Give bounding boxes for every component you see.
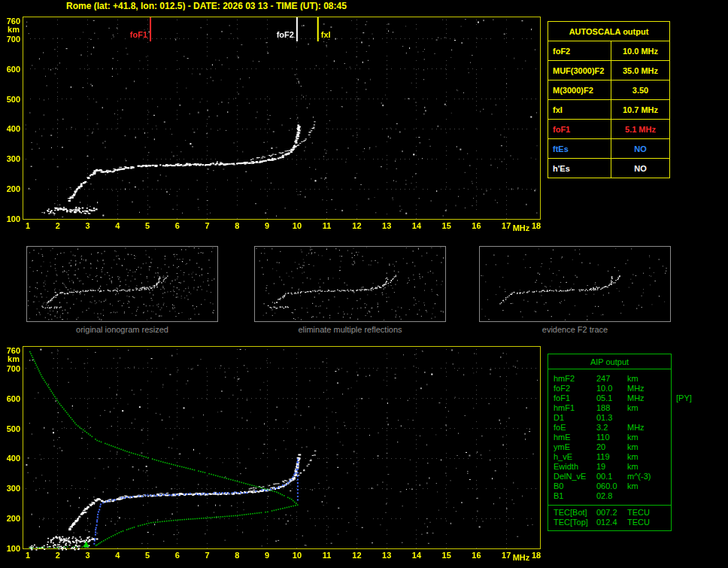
aip-row-value: 01.3 <box>596 413 627 423</box>
autoscala-row-label: ftEs <box>548 139 611 159</box>
aip-row: hmE110km <box>548 433 671 442</box>
aip-row-unit: km <box>627 374 639 384</box>
aip-row-label: B1 <box>554 491 596 501</box>
autoscala-row-label: M(3000)F2 <box>548 80 611 100</box>
aip-row-label: foF2 <box>554 384 596 393</box>
station-title: Rome (lat: +41.8, lon: 012.5) - DATE: 20… <box>66 1 347 11</box>
aip-row: foE3.2MHz <box>548 423 671 433</box>
aip-row-value: 10.0 <box>596 384 627 393</box>
aip-row-unit: m^(-3) <box>627 472 651 481</box>
aip-row-label: foE <box>554 423 596 433</box>
autoscala-row-label: MUF(3000)F2 <box>548 61 611 80</box>
autoscala-row: MUF(3000)F235.0 MHz <box>548 61 670 80</box>
aip-output-panel: AIP output hmF2247kmfoF210.0MHzfoF105.1M… <box>548 354 672 531</box>
aip-row-unit: MHz <box>627 393 645 403</box>
aip-row-label: Ewidth <box>554 462 596 472</box>
autoscala-row: h'EsNO <box>548 159 670 178</box>
aip-row: hmF2247km <box>548 374 671 384</box>
aip-row-label: TEC[Bot] <box>554 508 596 518</box>
aip-row-label: D1 <box>554 413 596 423</box>
thumbnail-eliminate-reflections <box>254 246 446 322</box>
aip-row-label: foF1 <box>554 393 596 403</box>
aip-row-label: B0 <box>554 481 596 491</box>
aip-row-label: DelN_vE <box>554 472 596 481</box>
aip-row-value: 3.2 <box>596 423 627 433</box>
autoscala-row-label: h'Es <box>548 159 611 178</box>
autoscala-row-value: 3.50 <box>611 80 670 100</box>
aip-row: h_vE119km <box>548 452 671 462</box>
aip-row-unit: MHz <box>627 423 645 433</box>
aip-row-value: 00.1 <box>596 472 627 481</box>
autoscala-row: foF15.1 MHz <box>548 120 670 139</box>
aip-row: DelN_vE00.1m^(-3) <box>548 472 671 481</box>
aip-row-value: 188 <box>596 403 627 413</box>
autoscala-row-value: 10.7 MHz <box>611 100 670 120</box>
aip-row-unit: km <box>627 433 639 442</box>
autoscala-table-title: AUTOSCALA output <box>548 22 670 41</box>
aip-row: TEC[Bot]007.2TECU <box>548 508 671 518</box>
aip-row: B0060.0km <box>548 481 671 491</box>
autoscala-row-label: fxI <box>548 100 611 120</box>
aip-row-label: h_vE <box>554 452 596 462</box>
aip-row-label: TEC[Top] <box>554 518 596 527</box>
autoscala-row: ftEsNO <box>548 139 670 159</box>
thumbnail-caption-evidence: evidence F2 trace <box>479 325 671 334</box>
aip-row-unit: MHz <box>627 384 645 393</box>
autoscala-row-value: NO <box>611 159 670 178</box>
thumbnail-evidence-f2-trace <box>479 246 671 322</box>
aip-row-unit: km <box>627 452 639 462</box>
aip-row-value: 119 <box>596 452 627 462</box>
aip-row-value: 20 <box>596 442 627 452</box>
aip-row: hmF1188km <box>548 403 671 413</box>
thumbnail-caption-original: original ionogram resized <box>26 325 218 334</box>
aip-row-value: 19 <box>596 462 627 472</box>
aip-row: foF210.0MHz <box>548 384 671 393</box>
aip-row-extra: [PY] <box>676 393 692 403</box>
aip-row-value: 060.0 <box>596 481 627 491</box>
aip-row-value: 110 <box>596 433 627 442</box>
aip-row: foF105.1MHz[PY] <box>548 393 671 403</box>
aip-row-value: 012.4 <box>596 518 627 527</box>
scaled-ionogram-plot <box>0 11 544 236</box>
aip-row-label: hmF2 <box>554 374 596 384</box>
profile-ionogram-plot <box>0 340 544 567</box>
thumbnail-original-ionogram <box>26 246 218 322</box>
aip-row: B102.8 <box>548 491 671 501</box>
aip-row: ymE20km <box>548 442 671 452</box>
autoscala-row-value: NO <box>611 139 670 159</box>
autoscala-row: fxI10.7 MHz <box>548 100 670 120</box>
aip-table-title: AIP output <box>548 354 671 369</box>
autoscala-row: M(3000)F23.50 <box>548 80 670 100</box>
aip-row-unit: km <box>627 481 639 491</box>
aip-table-body: hmF2247kmfoF210.0MHzfoF105.1MHz[PY]hmF11… <box>548 369 671 503</box>
aip-row-label: ymE <box>554 442 596 452</box>
aip-row-unit: km <box>627 442 639 452</box>
aip-row-value: 007.2 <box>596 508 627 518</box>
aip-row-label: hmF1 <box>554 403 596 413</box>
aip-row-label: hmE <box>554 433 596 442</box>
thumbnail-caption-eliminate: eliminate multiple reflections <box>254 325 446 334</box>
aip-row-unit: TECU <box>627 508 650 518</box>
aip-row-unit: km <box>627 462 639 472</box>
aip-row-value: 247 <box>596 374 627 384</box>
aip-row: Ewidth19km <box>548 462 671 472</box>
autoscala-window: Rome (lat: +41.8, lon: 012.5) - DATE: 20… <box>0 0 728 568</box>
aip-row-value: 02.8 <box>596 491 627 501</box>
aip-row-value: 05.1 <box>596 393 627 403</box>
autoscala-row-value: 5.1 MHz <box>611 120 670 139</box>
aip-tec-section: TEC[Bot]007.2TECUTEC[Top]012.4TECU <box>548 505 671 530</box>
autoscala-row-label: foF2 <box>548 41 611 61</box>
aip-row: TEC[Top]012.4TECU <box>548 518 671 527</box>
autoscala-row-label: foF1 <box>548 120 611 139</box>
autoscala-row-value: 10.0 MHz <box>611 41 670 61</box>
autoscala-output-table: AUTOSCALA output foF210.0 MHzMUF(3000)F2… <box>548 21 670 178</box>
aip-row-unit: TECU <box>627 518 650 527</box>
aip-row-unit: km <box>627 403 639 413</box>
autoscala-row: foF210.0 MHz <box>548 41 670 61</box>
aip-row: D101.3 <box>548 413 671 423</box>
autoscala-row-value: 35.0 MHz <box>611 61 670 80</box>
